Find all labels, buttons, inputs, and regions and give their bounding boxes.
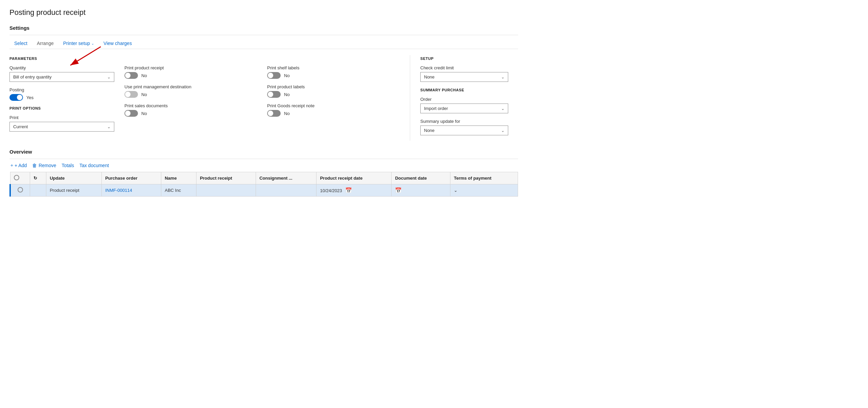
posting-label: Posting xyxy=(9,87,114,92)
table-header-consignment: Consignment ... xyxy=(256,172,316,184)
overview-heading: Overview xyxy=(9,149,518,155)
refresh-icon[interactable]: ↻ xyxy=(33,176,37,181)
print-label: Print xyxy=(9,115,114,120)
print-goods-receipt-toggle[interactable] xyxy=(267,110,281,117)
summary-update-value: None xyxy=(424,128,435,133)
print-product-receipt-toggle-row: No xyxy=(124,72,257,79)
select-button[interactable]: Select xyxy=(9,39,32,48)
use-print-mgmt-value: No xyxy=(141,92,147,97)
quantity-field-group: Quantity Bill of entry quantity ⌄ xyxy=(9,65,114,82)
overview-toolbar: ＋ + Add 🗑 Remove Totals Tax document xyxy=(9,162,518,168)
settings-heading: Settings xyxy=(9,25,518,31)
print-product-labels-label: Print product labels xyxy=(267,84,400,89)
print-product-receipt-toggle[interactable] xyxy=(124,72,138,79)
view-charges-button[interactable]: View charges xyxy=(99,39,137,48)
quantity-chevron-icon: ⌄ xyxy=(107,75,111,80)
row-name-cell: ABC Inc xyxy=(161,184,196,197)
print-goods-receipt-toggle-row: No xyxy=(267,110,400,117)
print-product-receipt-field: Print product receipt No xyxy=(124,65,257,79)
check-credit-limit-chevron-icon: ⌄ xyxy=(501,75,505,80)
print-chevron-icon: ⌄ xyxy=(107,124,111,129)
check-credit-limit-label: Check credit limit xyxy=(420,65,508,70)
table-header-document-date: Document date xyxy=(392,172,450,184)
print-dropdown[interactable]: Current ⌄ xyxy=(9,122,114,132)
terms-chevron-icon[interactable]: ⌄ xyxy=(454,188,458,193)
print-shelf-labels-label: Print shelf labels xyxy=(267,65,400,70)
order-label: Order xyxy=(420,97,508,102)
summary-update-chevron-icon: ⌄ xyxy=(501,128,505,133)
posting-field-group: Posting Yes xyxy=(9,87,114,101)
print-goods-receipt-field: Print Goods receipt note No xyxy=(267,103,400,117)
printer-setup-button[interactable]: Printer setup ⌄ xyxy=(58,39,99,48)
totals-button[interactable]: Totals xyxy=(62,163,74,168)
print-product-labels-field: Print product labels No xyxy=(267,84,400,98)
print-sales-docs-toggle[interactable] xyxy=(124,110,138,117)
posting-toggle[interactable] xyxy=(9,94,23,101)
summary-update-field: Summary update for None ⌄ xyxy=(420,119,508,135)
add-button[interactable]: ＋ + Add xyxy=(9,162,27,168)
table-row[interactable]: Product receipt INMF-000114 ABC Inc 10/2… xyxy=(10,184,518,197)
row-terms-of-payment-cell: ⌄ xyxy=(450,184,518,197)
product-receipt-date-calendar-icon[interactable]: 📅 xyxy=(345,187,352,193)
parameters-grid: PARAMETERS Quantity Bill of entry quanti… xyxy=(9,55,518,141)
use-print-mgmt-toggle-row: No xyxy=(124,91,257,98)
document-date-calendar-icon[interactable]: 📅 xyxy=(395,187,402,193)
setup-label: SETUP xyxy=(420,56,508,61)
print-goods-receipt-label: Print Goods receipt note xyxy=(267,103,400,108)
table-header-radio xyxy=(10,172,30,184)
check-credit-limit-dropdown[interactable]: None ⌄ xyxy=(420,72,508,82)
row-product-receipt-cell xyxy=(196,184,256,197)
printer-setup-chevron-icon: ⌄ xyxy=(91,42,94,45)
svg-line-1 xyxy=(70,47,101,65)
add-label: + Add xyxy=(15,163,27,168)
order-field: Order Import order ⌄ xyxy=(420,97,508,113)
print-product-labels-toggle[interactable] xyxy=(267,91,281,98)
page-container: Posting product receipt Settings Select … xyxy=(0,0,527,205)
posting-value: Yes xyxy=(26,95,33,100)
remove-button[interactable]: 🗑 Remove xyxy=(32,163,56,168)
print-goods-receipt-value: No xyxy=(284,111,290,116)
print-options-label: PRINT OPTIONS xyxy=(9,106,114,110)
add-icon: ＋ xyxy=(9,162,14,168)
table-header-product-receipt-date: Product receipt date xyxy=(316,172,392,184)
page-title: Posting product receipt xyxy=(9,8,518,17)
table-header-purchase-order: Purchase order xyxy=(102,172,161,184)
order-chevron-icon: ⌄ xyxy=(501,106,505,111)
row-product-receipt-date-cell: 10/24/2023 📅 xyxy=(316,184,392,197)
overview-section: Overview ＋ + Add 🗑 Remove Totals Tax doc… xyxy=(9,149,518,197)
use-print-mgmt-label: Use print management destination xyxy=(124,84,257,89)
summary-update-label: Summary update for xyxy=(420,119,508,124)
order-dropdown[interactable]: Import order ⌄ xyxy=(420,104,508,113)
summary-purchase-label: SUMMARY PURCHASE xyxy=(420,88,508,92)
parameters-label: PARAMETERS xyxy=(9,56,114,61)
print-sales-docs-label: Print sales documents xyxy=(124,103,257,108)
table-header-product-receipt: Product receipt xyxy=(196,172,256,184)
row-consignment-cell xyxy=(256,184,316,197)
setup-column: SETUP Check credit limit None ⌄ SUMMARY … xyxy=(410,55,518,141)
use-print-mgmt-field: Use print management destination No xyxy=(124,84,257,98)
overview-table: ↻ Update Purchase order Name Product rec… xyxy=(9,172,518,197)
use-print-mgmt-toggle[interactable] xyxy=(124,91,138,98)
print-sales-docs-field: Print sales documents No xyxy=(124,103,257,117)
summary-update-dropdown[interactable]: None ⌄ xyxy=(420,126,508,135)
select-all-radio[interactable] xyxy=(14,175,19,180)
remove-label: Remove xyxy=(39,163,56,168)
table-header-terms-of-payment: Terms of payment xyxy=(450,172,518,184)
purchase-order-link[interactable]: INMF-000114 xyxy=(105,188,132,193)
quantity-value: Bill of entry quantity xyxy=(13,74,51,80)
print-shelf-labels-value: No xyxy=(284,73,290,78)
arrange-button[interactable]: Arrange xyxy=(32,39,58,48)
print-product-receipt-value: No xyxy=(141,73,147,78)
table-header-refresh: ↻ xyxy=(30,172,46,184)
print-value: Current xyxy=(13,124,28,129)
overview-divider xyxy=(9,159,518,159)
print-shelf-labels-toggle[interactable] xyxy=(267,72,281,79)
trash-icon: 🗑 xyxy=(32,163,37,168)
tax-document-button[interactable]: Tax document xyxy=(79,163,109,168)
row-radio[interactable] xyxy=(18,187,23,192)
print-toggles-left-column: PLACEHOLDER Print product receipt No Use… xyxy=(124,55,267,141)
quantity-dropdown[interactable]: Bill of entry quantity ⌄ xyxy=(9,72,114,82)
check-credit-limit-field: Check credit limit None ⌄ xyxy=(420,65,508,82)
row-radio-cell xyxy=(10,184,30,197)
print-toggles-right-column: PLACEHOLDER Print shelf labels No Print … xyxy=(267,55,410,141)
